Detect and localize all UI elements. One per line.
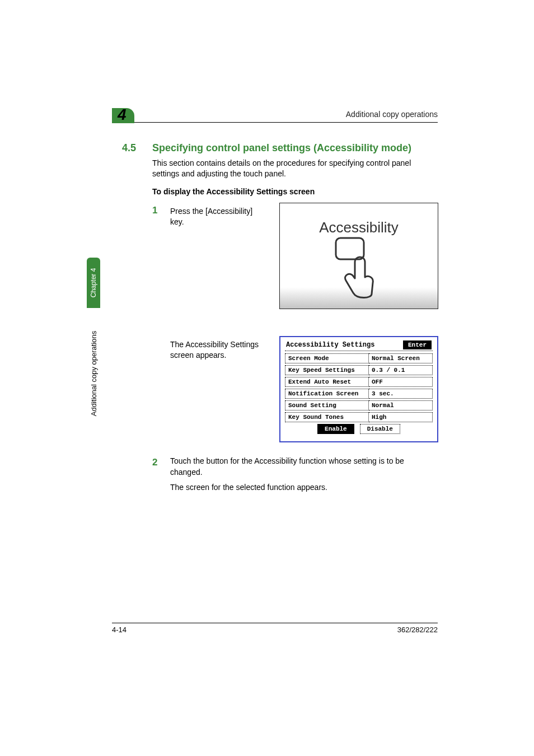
lcd-screen-title: Accessibility Settings bbox=[286, 341, 374, 349]
side-label-text: Additional copy operations bbox=[90, 331, 98, 417]
sound-setting-value: Normal bbox=[369, 400, 433, 410]
lcd-row-extend-auto-reset: Extend Auto Reset OFF bbox=[285, 377, 433, 387]
footer-model-numbers: 362/282/222 bbox=[397, 626, 438, 634]
chapter-side-tab: Chapter 4 bbox=[87, 258, 100, 308]
lcd-row-key-speed: Key Speed Settings 0.3 / 0.1 bbox=[285, 365, 433, 375]
header-running-title: Additional copy operations bbox=[112, 110, 438, 119]
header-rule bbox=[112, 122, 438, 123]
notification-screen-value: 3 sec. bbox=[369, 389, 433, 399]
screen-mode-value: Normal Screen bbox=[369, 353, 433, 363]
extend-auto-reset-value: OFF bbox=[369, 377, 433, 387]
section-title: Specifying control panel settings (Acces… bbox=[152, 142, 438, 154]
screen-mode-button[interactable]: Screen Mode bbox=[285, 353, 369, 363]
step-2-text: Touch the button for the Accessibility f… bbox=[170, 456, 438, 478]
chapter-number: 4 bbox=[118, 106, 127, 124]
disable-button[interactable]: Disable bbox=[360, 424, 400, 434]
step-1-text: Press the [Accessibility] key. bbox=[170, 206, 265, 227]
illustration-label: Accessibility bbox=[280, 219, 438, 236]
section-number: 4.5 bbox=[122, 142, 136, 154]
side-tab-label: Chapter 4 bbox=[90, 268, 97, 298]
extend-auto-reset-button[interactable]: Extend Auto Reset bbox=[285, 377, 369, 387]
chapter-badge: 4 bbox=[112, 108, 134, 123]
lcd-row-notification-screen: Notification Screen 3 sec. bbox=[285, 389, 433, 399]
svg-rect-0 bbox=[336, 238, 364, 259]
step-1-result: The Accessibility Settings screen appear… bbox=[170, 339, 268, 361]
key-sound-tones-value: High bbox=[369, 412, 433, 422]
subheading: To display the Accessibility Settings sc… bbox=[152, 187, 315, 196]
lcd-row-key-sound-tones: Key Sound Tones High bbox=[285, 412, 433, 422]
accessibility-key-illustration: Accessibility bbox=[279, 203, 438, 309]
key-speed-settings-value: 0.3 / 0.1 bbox=[369, 365, 433, 375]
step-2-number: 2 bbox=[152, 457, 157, 468]
press-key-icon bbox=[335, 237, 396, 298]
notification-screen-button[interactable]: Notification Screen bbox=[285, 389, 369, 399]
enable-button[interactable]: Enable bbox=[317, 424, 354, 434]
lcd-divider bbox=[285, 351, 433, 351]
step-2-result: The screen for the selected function app… bbox=[170, 483, 327, 492]
footer-rule bbox=[112, 623, 438, 623]
sound-setting-button[interactable]: Sound Setting bbox=[285, 400, 369, 410]
key-speed-settings-button[interactable]: Key Speed Settings bbox=[285, 365, 369, 375]
enter-button[interactable]: Enter bbox=[403, 340, 432, 349]
intro-paragraph: This section contains details on the pro… bbox=[152, 158, 438, 179]
lcd-row-sound-setting: Sound Setting Normal bbox=[285, 400, 433, 410]
side-section-label: Additional copy operations bbox=[87, 309, 100, 438]
footer-page-number: 4-14 bbox=[112, 626, 127, 634]
step-1-number: 1 bbox=[152, 205, 157, 216]
accessibility-settings-screen: Accessibility Settings Enter Screen Mode… bbox=[279, 336, 438, 442]
lcd-row-screen-mode: Screen Mode Normal Screen bbox=[285, 353, 433, 363]
key-sound-tones-button[interactable]: Key Sound Tones bbox=[285, 412, 369, 422]
